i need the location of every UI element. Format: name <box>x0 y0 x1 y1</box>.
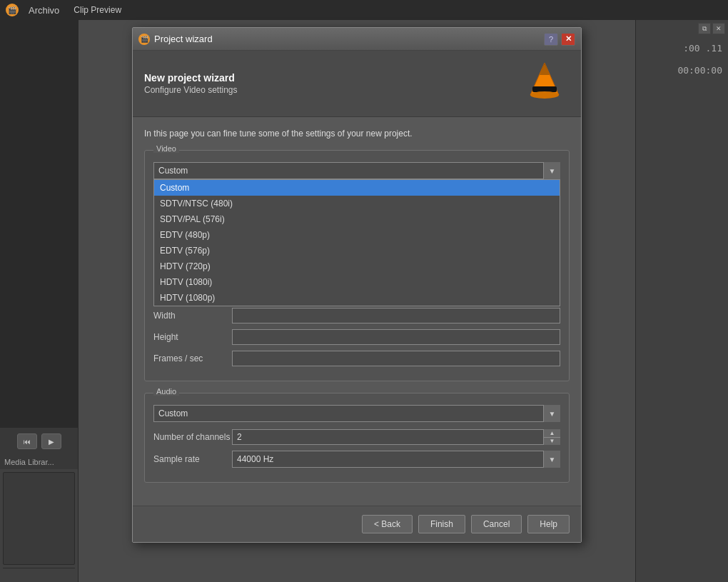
time-display-1: :00 .11 <box>636 37 728 59</box>
app-topbar: 🎬 Archivo Clip Preview <box>0 0 728 20</box>
archivo-menu[interactable]: Archivo <box>24 4 64 17</box>
width-input[interactable] <box>232 308 560 323</box>
dialog-title-icon: 🎬 <box>138 34 150 45</box>
video-dropdown-header-wrapper: Custom ▼ <box>153 162 560 179</box>
video-option-hdtv1080p[interactable]: HDTV (1080p) <box>154 290 560 306</box>
samplerate-label: Sample rate <box>153 454 232 464</box>
channels-input[interactable] <box>232 429 560 445</box>
channels-label: Number of channels <box>153 432 232 442</box>
prev-button[interactable]: ⏮ <box>17 433 37 449</box>
height-label: Height <box>153 332 232 342</box>
width-label: Width <box>153 311 232 321</box>
dialog-header: New project wizard Configure Video setti… <box>133 51 581 117</box>
fps-label: Frames / sec <box>153 353 232 363</box>
dialog-close-button[interactable]: ✕ <box>561 33 575 46</box>
channels-spinbox: ▲ ▼ <box>232 429 560 445</box>
channels-up-button[interactable]: ▲ <box>544 429 560 438</box>
right-panel: ⧉ ✕ :00 .11 00:00:00 <box>635 20 728 582</box>
dialog-header-title: New project wizard <box>144 72 238 84</box>
dialog-title: Project wizard <box>154 34 540 44</box>
video-option-ntsc[interactable]: SDTV/NTSC (480i) <box>154 196 560 211</box>
sidebar-preview-area <box>0 20 78 428</box>
dialog-title-buttons: ? ✕ <box>544 33 575 46</box>
help-button[interactable]: Help <box>527 515 570 533</box>
app-icon: 🎬 <box>6 4 19 16</box>
dialog-overlay: 🎬 Project wizard ? ✕ New project wizard … <box>79 20 635 582</box>
video-section: Video Custom ▼ <box>144 150 570 381</box>
svg-marker-1 <box>540 63 550 75</box>
project-wizard-dialog: 🎬 Project wizard ? ✕ New project wizard … <box>132 27 582 543</box>
dialog-header-subtitle: Configure Video settings <box>144 85 238 95</box>
panel-icon-btn-2[interactable]: ✕ <box>712 23 725 34</box>
dialog-titlebar: 🎬 Project wizard ? ✕ <box>133 28 581 51</box>
dialog-footer: < Back Finish Cancel Help <box>133 506 581 542</box>
video-option-hdtv720[interactable]: HDTV (720p) <box>154 259 560 274</box>
app-window: 🎬 Archivo Clip Preview ⏮ ▶ Media Librar.… <box>0 0 728 582</box>
samplerate-dropdown[interactable]: 44000 Hz 48000 Hz 22050 Hz 11025 Hz 8000… <box>232 451 560 468</box>
panel-icon-btn-1[interactable]: ⧉ <box>698 23 711 34</box>
right-panel-top: ⧉ ✕ <box>636 20 728 37</box>
video-option-pal[interactable]: SDTV/PAL (576i) <box>154 211 560 227</box>
video-section-body: Custom ▼ Custom SDTV/NTSC (480i) SDTV/PA… <box>145 151 569 381</box>
fps-row: Frames / sec <box>153 351 560 366</box>
audio-section: Audio Custom ▼ Number of c <box>144 393 570 483</box>
main-content: 🎬 Project wizard ? ✕ New project wizard … <box>79 20 635 582</box>
vlc-logo <box>520 59 570 108</box>
audio-section-body: Custom ▼ Number of channels ▲ <box>145 393 569 482</box>
video-option-hdtv1080i[interactable]: HDTV (1080i) <box>154 274 560 290</box>
dialog-header-text: New project wizard Configure Video setti… <box>144 72 238 95</box>
svg-rect-2 <box>532 86 557 92</box>
audio-section-label: Audio <box>153 387 179 396</box>
video-dropdown-value: Custom <box>158 166 188 176</box>
width-row: Width <box>153 308 560 323</box>
video-option-custom[interactable]: Custom <box>154 180 560 196</box>
cancel-button[interactable]: Cancel <box>471 515 522 533</box>
back-button[interactable]: < Back <box>362 515 413 533</box>
audio-dropdown[interactable]: Custom <box>153 405 560 422</box>
left-sidebar: ⏮ ▶ Media Librar... <box>0 20 79 582</box>
video-option-edtv576[interactable]: EDTV (576p) <box>154 243 560 259</box>
sidebar-bottom-area <box>3 472 75 565</box>
sidebar-controls: ⏮ ▶ <box>0 428 78 455</box>
video-option-edtv480[interactable]: EDTV (480p) <box>154 227 560 243</box>
svg-point-3 <box>530 91 559 99</box>
samplerate-wrapper: 44000 Hz 48000 Hz 22050 Hz 11025 Hz 8000… <box>232 451 560 468</box>
channels-down-button[interactable]: ▼ <box>544 438 560 446</box>
dialog-intro: In this page you can fine tune some of t… <box>144 129 570 139</box>
finish-button[interactable]: Finish <box>418 515 465 533</box>
video-dropdown-selected[interactable]: Custom <box>153 162 560 179</box>
fps-input[interactable] <box>232 351 560 366</box>
dialog-body: In this page you can fine tune some of t… <box>133 117 581 506</box>
video-dropdown-container: Custom ▼ Custom SDTV/NTSC (480i) SDTV/PA… <box>153 162 560 179</box>
samplerate-row: Sample rate 44000 Hz 48000 Hz 22050 Hz 1… <box>153 451 560 468</box>
sidebar-scrollbar[interactable] <box>3 568 75 579</box>
video-section-label: Video <box>153 144 179 153</box>
height-row: Height <box>153 329 560 345</box>
channels-row: Number of channels ▲ ▼ <box>153 429 560 445</box>
spinbox-buttons: ▲ ▼ <box>543 429 560 445</box>
video-dropdown-list[interactable]: Custom SDTV/NTSC (480i) SDTV/PAL (576i) … <box>153 179 560 306</box>
media-library-label: Media Librar... <box>0 455 78 469</box>
audio-dropdown-container: Custom ▼ <box>153 405 560 422</box>
time-display-2: 00:00:00 <box>636 59 728 81</box>
height-input[interactable] <box>232 329 560 345</box>
dialog-help-button[interactable]: ? <box>544 33 558 46</box>
clip-preview-label: Clip Preview <box>69 4 126 16</box>
play-button[interactable]: ▶ <box>41 433 61 449</box>
